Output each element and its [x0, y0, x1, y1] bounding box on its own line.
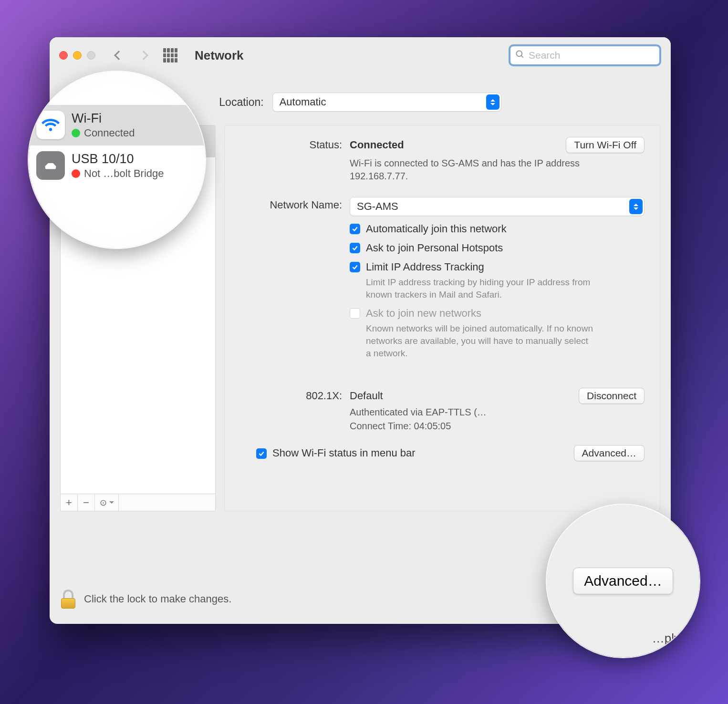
show-all-icon[interactable] [163, 48, 177, 62]
menubar-label: Show Wi-Fi status in menu bar [272, 447, 416, 459]
network-name-select[interactable]: SG-AMS [350, 197, 645, 216]
lock-text: Click the lock to make changes. [84, 593, 231, 605]
interface-status: Not Connected [104, 175, 158, 184]
network-name-label: Network Name: [240, 197, 350, 211]
limit-ip-subtext: Limit IP address tracking by hiding your… [366, 276, 595, 300]
location-label: Location: [219, 96, 263, 109]
toolbar: Network [50, 37, 671, 73]
ask-hotspot-label: Ask to join Personal Hotspots [366, 242, 503, 254]
interface-status: Not Connected [104, 207, 158, 216]
add-interface-button[interactable]: + [61, 494, 78, 511]
limit-ip-checkbox-row[interactable]: Limit IP Address Tracking Limit IP addre… [350, 261, 645, 300]
window-controls [59, 51, 95, 60]
wifi-icon [67, 131, 87, 151]
zoom-window-button [87, 51, 95, 60]
checkbox-unchecked-icon [350, 308, 360, 319]
svg-line-1 [521, 56, 523, 58]
8021x-label: 802.1X: [240, 388, 350, 402]
sidebar-footer: + − ⊙ [61, 494, 215, 511]
ask-new-checkbox-row: Ask to join new networks Known networks … [350, 307, 645, 359]
minimize-window-button[interactable] [73, 51, 82, 60]
checkbox-checked-icon [350, 224, 360, 234]
forward-button [135, 46, 152, 65]
interface-actions-menu[interactable]: ⊙ [95, 494, 119, 511]
network-name-row: Network Name: SG-AMS Automatically join … [240, 197, 645, 359]
limit-ip-label: Limit IP Address Tracking [366, 261, 595, 273]
menubar-checkbox-row[interactable]: Show Wi-Fi status in menu bar Advanced… [256, 445, 645, 461]
checkbox-checked-icon [256, 448, 267, 459]
sidebar-item-usb-lan[interactable]: USB 10/10…LAN Not Connected [61, 157, 215, 189]
interface-status: Connected [104, 143, 144, 152]
ethernet-icon [67, 163, 87, 183]
location-value: Automatic [280, 96, 326, 108]
network-name-value: SG-AMS [357, 200, 398, 213]
svg-point-0 [517, 51, 522, 57]
status-dot-icon [94, 144, 101, 151]
advanced-button[interactable]: Advanced… [574, 445, 645, 461]
location-select[interactable]: Automatic [272, 93, 501, 112]
wifi-toggle-button[interactable]: Turn Wi-Fi Off [566, 137, 645, 153]
select-stepper-icon [629, 199, 643, 214]
auto-join-label: Automatically join this network [366, 223, 507, 235]
lock-icon[interactable] [60, 590, 76, 609]
remove-interface-button[interactable]: − [78, 494, 95, 511]
status-dot-icon [94, 208, 101, 215]
bottom-bar: Click the lock to make changes. [60, 585, 660, 613]
close-window-button[interactable] [59, 51, 68, 60]
ask-new-subtext: Known networks will be joined automatica… [366, 322, 595, 359]
checkbox-checked-icon [350, 262, 360, 272]
status-detail: Wi-Fi is connected to SG-AMS and has the… [350, 157, 588, 183]
interface-name: USB 10/10…LAN [94, 162, 172, 174]
detail-pane: Status: Connected Turn Wi-Fi Off Wi-Fi i… [224, 125, 660, 511]
status-row: Status: Connected Turn Wi-Fi Off Wi-Fi i… [240, 137, 645, 183]
sidebar-item-wifi[interactable]: Wi-Fi Connected [61, 125, 215, 157]
window-title: Network [195, 48, 244, 63]
checkbox-checked-icon [350, 243, 360, 253]
8021x-auth-text: Authenticated via EAP-TTLS (… [350, 407, 645, 418]
search-field[interactable] [509, 44, 661, 66]
search-icon [515, 50, 525, 61]
sidebar-item-thunderbolt[interactable]: …bolt Bridge Not Connected [61, 189, 215, 221]
status-value: Connected [350, 139, 404, 151]
back-button[interactable] [111, 46, 127, 65]
interface-name: Wi-Fi [94, 130, 144, 142]
ask-new-label: Ask to join new networks [366, 307, 595, 320]
network-preferences-window: Network Location: Automatic Wi-Fi Con [50, 37, 671, 624]
location-row: Location: Automatic [50, 73, 671, 125]
8021x-disconnect-button[interactable]: Disconnect [579, 388, 645, 404]
8021x-value: Default [350, 390, 383, 402]
interfaces-sidebar: Wi-Fi Connected USB 10/10…LAN Not Connec… [60, 125, 216, 511]
search-input[interactable] [529, 50, 655, 61]
apply-button-partial: …ply [652, 631, 680, 646]
interface-name: …bolt Bridge [94, 194, 158, 206]
8021x-row: 802.1X: Default Disconnect Authenticated… [240, 388, 645, 432]
auto-join-checkbox-row[interactable]: Automatically join this network [350, 223, 645, 235]
thunderbolt-icon [67, 195, 87, 215]
select-stepper-icon [486, 94, 499, 110]
status-dot-icon [94, 176, 101, 183]
content-split: Wi-Fi Connected USB 10/10…LAN Not Connec… [50, 125, 671, 511]
8021x-time-text: Connect Time: 04:05:05 [350, 421, 645, 432]
ask-hotspot-checkbox-row[interactable]: Ask to join Personal Hotspots [350, 242, 645, 254]
status-label: Status: [240, 137, 350, 151]
